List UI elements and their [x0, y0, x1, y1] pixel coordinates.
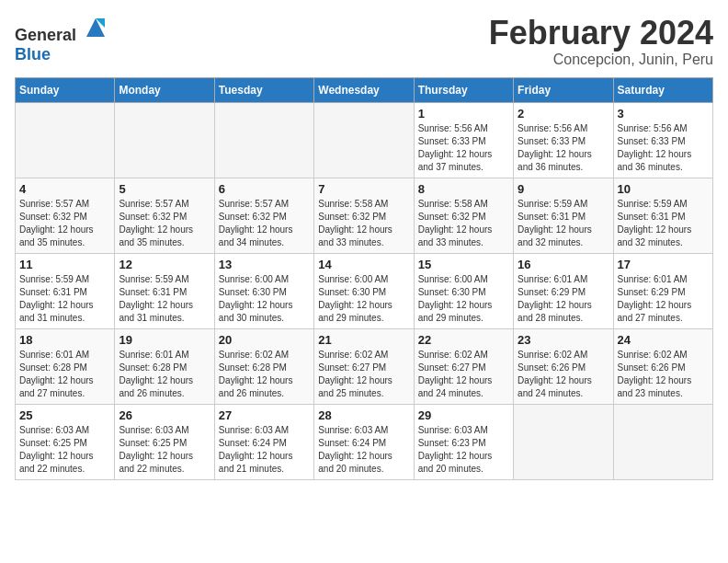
calendar-cell: 10Sunrise: 5:59 AM Sunset: 6:31 PM Dayli…: [613, 178, 712, 253]
day-detail: Sunrise: 6:01 AM Sunset: 6:29 PM Dayligh…: [518, 273, 609, 325]
calendar-week-row: 4Sunrise: 5:57 AM Sunset: 6:32 PM Daylig…: [16, 178, 713, 253]
weekday-header: Monday: [115, 77, 214, 102]
calendar-cell: 11Sunrise: 5:59 AM Sunset: 6:31 PM Dayli…: [16, 253, 115, 328]
day-number: 19: [119, 333, 210, 347]
day-detail: Sunrise: 6:03 AM Sunset: 6:25 PM Dayligh…: [19, 424, 110, 476]
weekday-header: Thursday: [414, 77, 513, 102]
day-number: 17: [618, 258, 709, 271]
day-number: 11: [19, 258, 110, 271]
day-number: 24: [618, 333, 709, 347]
day-detail: Sunrise: 6:03 AM Sunset: 6:25 PM Dayligh…: [119, 424, 210, 476]
logo-general: General: [15, 26, 76, 44]
logo-icon: [83, 15, 108, 40]
day-detail: Sunrise: 5:57 AM Sunset: 6:32 PM Dayligh…: [119, 198, 210, 249]
calendar-cell: 27Sunrise: 6:03 AM Sunset: 6:24 PM Dayli…: [214, 404, 313, 479]
day-number: 5: [119, 182, 210, 196]
calendar-cell: [16, 102, 115, 178]
day-detail: Sunrise: 6:02 AM Sunset: 6:26 PM Dayligh…: [518, 349, 609, 400]
day-number: 21: [318, 333, 409, 347]
day-detail: Sunrise: 6:03 AM Sunset: 6:23 PM Dayligh…: [418, 424, 509, 476]
day-detail: Sunrise: 5:56 AM Sunset: 6:33 PM Dayligh…: [518, 122, 609, 174]
day-detail: Sunrise: 5:59 AM Sunset: 6:31 PM Dayligh…: [119, 273, 210, 325]
calendar-cell: 15Sunrise: 6:00 AM Sunset: 6:30 PM Dayli…: [414, 253, 513, 328]
day-number: 13: [219, 258, 310, 271]
day-number: 29: [418, 408, 509, 422]
day-number: 25: [19, 408, 110, 422]
day-number: 26: [119, 408, 210, 422]
weekday-header: Sunday: [16, 77, 115, 102]
calendar-cell: 7Sunrise: 5:58 AM Sunset: 6:32 PM Daylig…: [314, 178, 414, 253]
calendar-week-row: 25Sunrise: 6:03 AM Sunset: 6:25 PM Dayli…: [16, 404, 713, 479]
calendar-week-row: 11Sunrise: 5:59 AM Sunset: 6:31 PM Dayli…: [16, 253, 713, 328]
weekday-header: Tuesday: [214, 77, 313, 102]
day-number: 18: [19, 333, 110, 347]
calendar-week-row: 18Sunrise: 6:01 AM Sunset: 6:28 PM Dayli…: [16, 328, 713, 404]
day-number: 7: [318, 182, 409, 196]
day-number: 4: [19, 182, 110, 196]
calendar-body: 1Sunrise: 5:56 AM Sunset: 6:33 PM Daylig…: [16, 102, 713, 479]
calendar-cell: 29Sunrise: 6:03 AM Sunset: 6:23 PM Dayli…: [414, 404, 513, 479]
calendar-header: SundayMondayTuesdayWednesdayThursdayFrid…: [16, 77, 713, 102]
calendar-cell: 18Sunrise: 6:01 AM Sunset: 6:28 PM Dayli…: [16, 328, 115, 404]
calendar-cell: 26Sunrise: 6:03 AM Sunset: 6:25 PM Dayli…: [115, 404, 214, 479]
day-number: 9: [518, 182, 609, 196]
calendar-cell: 23Sunrise: 6:02 AM Sunset: 6:26 PM Dayli…: [514, 328, 613, 404]
day-detail: Sunrise: 5:56 AM Sunset: 6:33 PM Dayligh…: [418, 122, 509, 174]
day-number: 22: [418, 333, 509, 347]
calendar-cell: 28Sunrise: 6:03 AM Sunset: 6:24 PM Dayli…: [314, 404, 414, 479]
day-detail: Sunrise: 5:59 AM Sunset: 6:31 PM Dayligh…: [518, 198, 609, 249]
calendar-cell: 19Sunrise: 6:01 AM Sunset: 6:28 PM Dayli…: [115, 328, 214, 404]
weekday-header: Wednesday: [314, 77, 414, 102]
main-title: February 2024: [489, 15, 713, 52]
logo: General Blue: [15, 15, 108, 64]
day-detail: Sunrise: 5:57 AM Sunset: 6:32 PM Dayligh…: [19, 198, 110, 249]
header: General Blue February 2024 Concepcion, J…: [15, 15, 713, 68]
day-detail: Sunrise: 5:58 AM Sunset: 6:32 PM Dayligh…: [318, 198, 409, 249]
day-number: 23: [518, 333, 609, 347]
day-number: 3: [618, 107, 709, 121]
logo-blue: Blue: [15, 45, 51, 63]
calendar-cell: [115, 102, 214, 178]
day-detail: Sunrise: 5:59 AM Sunset: 6:31 PM Dayligh…: [19, 273, 110, 325]
day-detail: Sunrise: 6:02 AM Sunset: 6:27 PM Dayligh…: [418, 349, 509, 400]
calendar-cell: 22Sunrise: 6:02 AM Sunset: 6:27 PM Dayli…: [414, 328, 513, 404]
calendar-cell: 14Sunrise: 6:00 AM Sunset: 6:30 PM Dayli…: [314, 253, 414, 328]
title-area: February 2024 Concepcion, Junin, Peru: [489, 15, 713, 68]
calendar-cell: 2Sunrise: 5:56 AM Sunset: 6:33 PM Daylig…: [514, 102, 613, 178]
day-detail: Sunrise: 6:02 AM Sunset: 6:26 PM Dayligh…: [618, 349, 709, 400]
calendar-cell: [613, 404, 712, 479]
day-detail: Sunrise: 5:56 AM Sunset: 6:33 PM Dayligh…: [618, 122, 709, 174]
calendar-table: SundayMondayTuesdayWednesdayThursdayFrid…: [15, 77, 713, 480]
day-detail: Sunrise: 5:58 AM Sunset: 6:32 PM Dayligh…: [418, 198, 509, 249]
calendar-cell: 25Sunrise: 6:03 AM Sunset: 6:25 PM Dayli…: [16, 404, 115, 479]
day-detail: Sunrise: 6:00 AM Sunset: 6:30 PM Dayligh…: [219, 273, 310, 325]
day-number: 6: [219, 182, 310, 196]
day-number: 28: [318, 408, 409, 422]
calendar-cell: 13Sunrise: 6:00 AM Sunset: 6:30 PM Dayli…: [214, 253, 313, 328]
day-number: 20: [219, 333, 310, 347]
calendar-cell: 20Sunrise: 6:02 AM Sunset: 6:28 PM Dayli…: [214, 328, 313, 404]
day-detail: Sunrise: 6:01 AM Sunset: 6:29 PM Dayligh…: [618, 273, 709, 325]
day-number: 2: [518, 107, 609, 121]
day-number: 14: [318, 258, 409, 271]
calendar-cell: [214, 102, 313, 178]
day-detail: Sunrise: 6:02 AM Sunset: 6:28 PM Dayligh…: [219, 349, 310, 400]
day-detail: Sunrise: 6:03 AM Sunset: 6:24 PM Dayligh…: [219, 424, 310, 476]
day-number: 16: [518, 258, 609, 271]
calendar-week-row: 1Sunrise: 5:56 AM Sunset: 6:33 PM Daylig…: [16, 102, 713, 178]
calendar-cell: 5Sunrise: 5:57 AM Sunset: 6:32 PM Daylig…: [115, 178, 214, 253]
calendar-cell: [514, 404, 613, 479]
weekday-header: Saturday: [613, 77, 712, 102]
day-detail: Sunrise: 6:01 AM Sunset: 6:28 PM Dayligh…: [119, 349, 210, 400]
day-number: 12: [119, 258, 210, 271]
weekday-row: SundayMondayTuesdayWednesdayThursdayFrid…: [16, 77, 713, 102]
calendar-cell: 16Sunrise: 6:01 AM Sunset: 6:29 PM Dayli…: [514, 253, 613, 328]
calendar-cell: 4Sunrise: 5:57 AM Sunset: 6:32 PM Daylig…: [16, 178, 115, 253]
day-number: 27: [219, 408, 310, 422]
day-detail: Sunrise: 6:00 AM Sunset: 6:30 PM Dayligh…: [418, 273, 509, 325]
subtitle: Concepcion, Junin, Peru: [489, 52, 713, 68]
calendar-cell: 3Sunrise: 5:56 AM Sunset: 6:33 PM Daylig…: [613, 102, 712, 178]
calendar-cell: 8Sunrise: 5:58 AM Sunset: 6:32 PM Daylig…: [414, 178, 513, 253]
day-detail: Sunrise: 5:57 AM Sunset: 6:32 PM Dayligh…: [219, 198, 310, 249]
calendar-cell: 1Sunrise: 5:56 AM Sunset: 6:33 PM Daylig…: [414, 102, 513, 178]
